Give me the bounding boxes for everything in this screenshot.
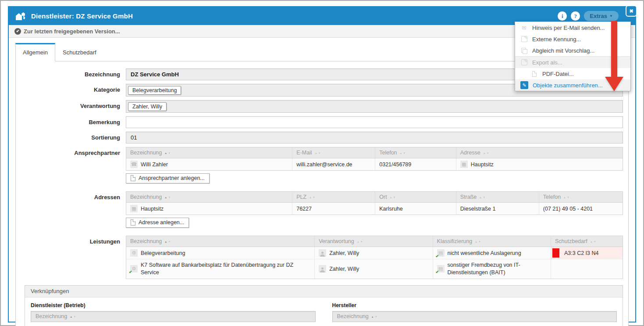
extras-label: Extras xyxy=(590,13,607,19)
last-released-version-link[interactable]: ✔ Zur letzten freigegebenen Version... xyxy=(14,28,120,35)
verantwortung-label: Verantwortung xyxy=(16,100,120,109)
col-header-email[interactable]: E-Mail xyxy=(292,147,375,158)
col-header-telefon[interactable]: Telefon xyxy=(375,147,456,158)
sort-icon xyxy=(563,195,569,199)
new-document-icon xyxy=(131,219,135,226)
envelope-icon: ✉ xyxy=(520,24,528,32)
col-header-adresse[interactable]: Adresse xyxy=(456,147,623,158)
ansprechpartner-table-header: Bezeichnung E-Mail Telefon Adresse xyxy=(126,147,623,158)
service-provider-icon xyxy=(15,11,27,21)
kategorie-chip[interactable]: Belegverarbeitung xyxy=(128,86,181,95)
menu-item-export-als: Export als... xyxy=(515,57,630,68)
section-leistungen: Leistungen Bezeichnung Verantwortung Kla… xyxy=(16,236,623,279)
sort-icon xyxy=(164,240,171,243)
field-row-sortierung: Sortierung 01 xyxy=(16,132,623,143)
verknuepfungen-title: Verknüpfungen xyxy=(25,286,623,297)
verantwortung-field: Zahler, Willy xyxy=(126,100,623,113)
bemerkung-input[interactable] xyxy=(126,116,623,128)
col-header-klassifizierung[interactable]: Klassifizierung xyxy=(433,236,551,247)
new-document-icon xyxy=(131,175,135,181)
verknuepfungen-box: Verknüpfungen Dienstleister (Betrieb) Be… xyxy=(25,285,623,326)
sort-icon xyxy=(400,151,406,154)
menu-item-abgleich-vorschlag[interactable]: Abgleich mit Vorschlag... xyxy=(515,45,630,56)
pdf-file-icon xyxy=(530,70,538,78)
col-header-bezeichnung[interactable]: Bezeichnung xyxy=(126,192,292,202)
sortierung-field: 01 xyxy=(126,132,623,143)
menu-item-objekte-zusammenfuehren[interactable]: ✎ Objekte zusammenführen... xyxy=(515,79,630,91)
close-icon: ✖ xyxy=(629,8,633,14)
menu-item-externe-kennung[interactable]: Externe Kennung... xyxy=(515,33,630,45)
copy-icon xyxy=(520,47,528,54)
ansprechpartner-label: Ansprechpartner xyxy=(16,147,120,156)
table-row[interactable]: ▦Hauptsitz 76227 Karlsruhe Dieselstraße … xyxy=(126,203,623,215)
dienstleister-betrieb-label: Dienstleister (Betrieb) xyxy=(31,302,316,308)
bemerkung-label: Bemerkung xyxy=(16,116,120,125)
export-icon xyxy=(520,59,528,66)
toolbar-link-label: Zur letzten freigegebenen Version... xyxy=(24,28,120,35)
verknuepfungen-body: Dienstleister (Betrieb) Bezeichnung Hers… xyxy=(25,297,623,326)
sort-icon xyxy=(390,195,396,199)
info-button[interactable]: i xyxy=(558,11,567,21)
add-adresse-button[interactable]: Adresse anlegen... xyxy=(126,218,189,228)
sort-icon xyxy=(309,195,315,199)
col-header-telefon[interactable]: Telefon xyxy=(539,192,623,202)
ansprechpartner-table: Bezeichnung E-Mail Telefon Adresse ☎Will… xyxy=(126,147,623,171)
classification-document-icon: ▤ xyxy=(437,249,445,257)
tab-schutzbedarf[interactable]: Schutzbedarf xyxy=(55,43,104,61)
tab-panel-allgemein: Bezeichnung DZ Service GmbH Kategorie Be… xyxy=(15,61,629,326)
extras-dropdown-menu: ✉ Hinweis per E-Mail senden... Externe K… xyxy=(515,21,631,91)
adressen-table: Bezeichnung PLZ Ort Straße Telefon ▦Haup… xyxy=(126,191,623,215)
sort-icon xyxy=(479,195,485,199)
adressen-table-header: Bezeichnung PLZ Ort Straße Telefon xyxy=(126,192,623,203)
building-icon: ▦ xyxy=(460,161,468,168)
sort-icon xyxy=(70,315,76,318)
schutzbedarf-cell: A3:3 C2 I3 N4 xyxy=(551,247,623,259)
close-button[interactable]: ✖ xyxy=(626,5,637,17)
gear-icon: ⚙ xyxy=(130,249,138,257)
field-row-bemerkung: Bemerkung xyxy=(16,116,623,128)
sortierung-label: Sortierung xyxy=(16,132,120,141)
bezeichnung-label: Bezeichnung xyxy=(16,68,120,78)
check-circle-icon: ✔ xyxy=(14,28,21,35)
classification-document-icon: ▤ xyxy=(437,265,445,272)
table-row[interactable]: ⚙Belegverarbeitung Zahler, Willy ▤nicht … xyxy=(126,247,623,259)
edit-icon xyxy=(520,36,528,43)
sort-icon xyxy=(483,151,489,154)
kategorie-label: Kategorie xyxy=(16,84,120,93)
col-header-strasse[interactable]: Straße xyxy=(456,192,539,202)
table-row[interactable]: ☎Willi Zahler willi.zahler@service.de 03… xyxy=(126,158,623,170)
bezeichnung-value: DZ Service GmbH xyxy=(131,71,179,78)
leistungen-table: Bezeichnung Verantwortung Klassifizierun… xyxy=(126,236,623,279)
table-row[interactable]: ⚙K7 Software auf Bankarbeitsplatz für Da… xyxy=(126,259,623,279)
sort-icon xyxy=(371,315,377,318)
verknuepfungen-dienstleister-betrieb: Dienstleister (Betrieb) Bezeichnung xyxy=(31,302,316,322)
menu-item-hinweis-email[interactable]: ✉ Hinweis per E-Mail senden... xyxy=(515,22,630,33)
sort-icon xyxy=(164,151,171,154)
col-header-verantwortung[interactable]: Verantwortung xyxy=(315,236,433,247)
menu-item-pdf-datei[interactable]: PDF-Datei... xyxy=(515,68,630,79)
sort-icon xyxy=(357,240,363,243)
info-icon: i xyxy=(562,13,563,20)
col-header-bezeichnung[interactable]: Bezeichnung xyxy=(126,147,292,158)
col-header-plz[interactable]: PLZ xyxy=(292,192,375,202)
col-header-schutzbedarf[interactable]: Schutzbedarf xyxy=(551,236,623,247)
sort-icon xyxy=(475,240,481,243)
hersteller-label: Hersteller xyxy=(332,302,617,308)
screen: Dienstleister: DZ Service GmbH i ? Extra… xyxy=(0,0,644,326)
phone-icon: ☎ xyxy=(130,161,138,168)
verknuepfungen-hersteller: Hersteller Bezeichnung xyxy=(332,302,617,322)
gear-icon: ⚙ xyxy=(130,265,138,272)
col-header-ort[interactable]: Ort xyxy=(375,192,456,202)
merge-objects-icon: ✎ xyxy=(520,81,528,89)
tab-allgemein[interactable]: Allgemein xyxy=(15,43,55,61)
verantwortung-chip[interactable]: Zahler, Willy xyxy=(128,102,167,111)
risk-red-block xyxy=(552,248,559,258)
help-icon: ? xyxy=(574,13,577,20)
person-icon xyxy=(319,265,326,272)
extras-button[interactable]: Extras ▼ xyxy=(584,11,619,21)
section-ansprechpartner: Ansprechpartner Bezeichnung E-Mail Telef… xyxy=(16,147,623,188)
sort-icon xyxy=(315,151,321,154)
help-button[interactable]: ? xyxy=(571,11,580,21)
col-header-bezeichnung[interactable]: Bezeichnung xyxy=(126,236,315,247)
add-ansprechpartner-button[interactable]: Ansprechpartner anlegen... xyxy=(126,173,210,183)
